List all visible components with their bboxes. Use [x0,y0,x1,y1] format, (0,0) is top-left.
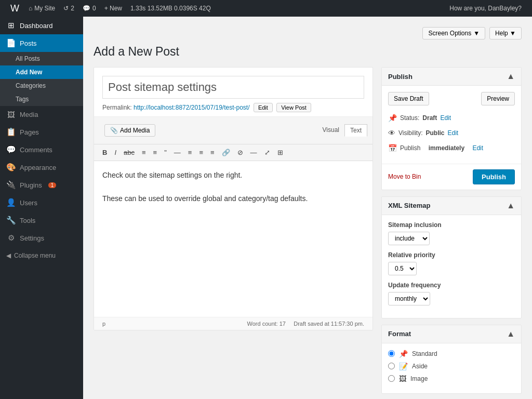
screen-options-button[interactable]: Screen Options ▼ [422,27,485,39]
sidebar-label-dashboard: Dashboard [20,22,53,30]
image-icon: 🖼 [399,375,406,383]
format-header[interactable]: Format ▲ [382,325,521,343]
adminbar-revisions[interactable]: ↺ 2 [59,0,78,17]
publish-time-icon: 📅 [388,142,397,155]
publish-widget: Publish ▲ Save Draft Preview 📌 Status: [381,67,522,190]
submenu-categories[interactable]: Categories [0,79,83,92]
align-center-button[interactable]: ≡ [196,147,206,158]
plugins-icon: 🔌 [6,180,16,190]
hr-button[interactable]: — [171,147,184,158]
inclusion-field: Sitemap inclusion include exclude [388,221,515,245]
submenu-all-posts[interactable]: All Posts [0,52,83,65]
draft-saved-text: Draft saved at 11:57:30 pm. [294,321,364,327]
publish-edit-link[interactable]: Edit [472,143,483,154]
blockquote-button[interactable]: " [161,147,170,158]
wp-logo[interactable]: W [5,0,24,17]
permalink-label: Permalink: [102,104,132,111]
fullscreen-button[interactable]: ⤢ [261,147,273,158]
publish-title: Publish [388,73,413,81]
sidebar-label-posts: Posts [20,39,37,47]
strikethrough-button[interactable]: abc [121,147,138,158]
content-topbar: Screen Options ▼ Help ▼ [94,27,522,39]
tools-icon: 🔧 [6,216,16,225]
permalink-url[interactable]: http://localhost:8872/2015/07/19/test-po… [134,104,250,111]
admin-sidebar: ⊞ Dashboard 📄 Posts All Posts Add New Ca… [0,17,83,399]
format-body: 📌 Standard 📝 Aside 🖼 Image [382,343,521,393]
save-draft-button[interactable]: Save Draft [388,92,429,105]
table-button[interactable]: ⊞ [274,147,286,158]
sidebar-item-plugins[interactable]: 🔌 Plugins 1 [0,176,83,194]
add-media-button[interactable]: 📎 Add Media [104,124,155,137]
post-title-input[interactable] [102,76,364,99]
standard-label: Standard [412,350,437,357]
aside-icon: 📝 [399,362,408,370]
comments-sidebar-icon: 💬 [6,145,16,154]
sidebar-item-appearance[interactable]: 🎨 Appearance [0,158,83,176]
sidebar-item-posts[interactable]: 📄 Posts [0,34,83,52]
tab-visual[interactable]: Visual [317,124,344,137]
visibility-value: Public [425,128,444,139]
inclusion-select[interactable]: include exclude [388,232,430,245]
format-radio-standard[interactable] [388,350,395,357]
sidebar-item-comments[interactable]: 💬 Comments [0,141,83,158]
wp-logo-icon: W [10,3,19,14]
ul-button[interactable]: ≡ [139,147,149,158]
footer-tag: p [102,321,105,327]
italic-button[interactable]: I [111,147,119,158]
editor-content[interactable]: Check out the sitemap settings on the ri… [94,161,373,317]
sidebar-item-pages[interactable]: 📋 Pages [0,123,83,141]
priority-select[interactable]: 0.1 0.2 0.3 0.4 0.5 0.6 0.7 0.8 0.9 1.0 [388,262,417,275]
submenu-tags[interactable]: Tags [0,92,83,106]
help-label: Help [495,30,508,37]
adminbar-new[interactable]: + New [100,0,126,17]
sidebar-item-tools[interactable]: 🔧 Tools [0,211,83,229]
sidebar-item-dashboard[interactable]: ⊞ Dashboard [0,17,83,34]
move-to-bin-button[interactable]: Move to Bin [388,173,421,180]
adminbar-comments[interactable]: 💬 0 [78,0,100,17]
aside-label: Aside [412,363,428,370]
more-button[interactable]: — [247,147,260,158]
unlink-button[interactable]: ⊘ [234,147,246,158]
publish-button[interactable]: Publish [473,169,515,184]
sidebar-label-pages: Pages [20,128,39,136]
frequency-select[interactable]: always hourly daily weekly monthly yearl… [388,292,430,305]
align-right-button[interactable]: ≡ [207,147,218,158]
align-left-button[interactable]: ≡ [185,147,195,158]
status-edit-link[interactable]: Edit [440,113,451,124]
format-radio-image[interactable] [388,375,395,382]
submenu-add-new[interactable]: Add New [0,65,83,79]
bold-button[interactable]: B [99,147,110,158]
visibility-edit-link[interactable]: Edit [447,128,458,139]
publish-toggle-icon: ▲ [507,72,515,81]
adminbar-mysite[interactable]: ⌂ My Site [24,0,59,17]
xml-sitemap-header[interactable]: XML Sitemap ▲ [382,197,521,215]
format-radio-aside[interactable] [388,363,395,369]
publish-value: immediately [429,143,464,154]
view-post-button[interactable]: View Post [276,103,311,112]
publish-widget-header[interactable]: Publish ▲ [382,68,521,86]
visibility-icon: 👁 [388,127,395,140]
permalink-edit-button[interactable]: Edit [254,103,273,112]
add-media-icon: 📎 [110,127,118,134]
home-icon: ⌂ [29,5,32,12]
format-option-standard: 📌 Standard [388,350,515,358]
link-button[interactable]: 🔗 [219,147,233,158]
permalink-row: Permalink: http://localhost:8872/2015/07… [94,99,373,117]
help-chevron: ▼ [510,30,516,37]
collapse-menu[interactable]: ◀ Collapse menu [0,247,83,264]
comments-icon: 💬 [83,5,90,12]
sidebar-item-users[interactable]: 👤 Users [0,194,83,211]
content-para-2: These can be used to override global and… [102,193,364,204]
preview-button[interactable]: Preview [481,92,515,105]
sidebar-label-plugins: Plugins [20,181,42,189]
sidebar-item-settings[interactable]: ⚙ Settings [0,229,83,247]
editor-toolbar-2: B I abc ≡ ≡ " — ≡ ≡ ≡ 🔗 ⊘ — ⤢ ⊞ [94,144,373,161]
help-button[interactable]: Help ▼ [489,27,522,39]
collapse-icon: ◀ [6,252,11,259]
publish-actions: Save Draft Preview [388,92,515,105]
sidebar-item-media[interactable]: 🖼 Media [0,106,83,123]
ol-button[interactable]: ≡ [150,147,161,158]
tab-text[interactable]: Text [344,124,367,137]
frequency-label: Update frequency [388,282,515,289]
standard-icon: 📌 [399,350,408,358]
